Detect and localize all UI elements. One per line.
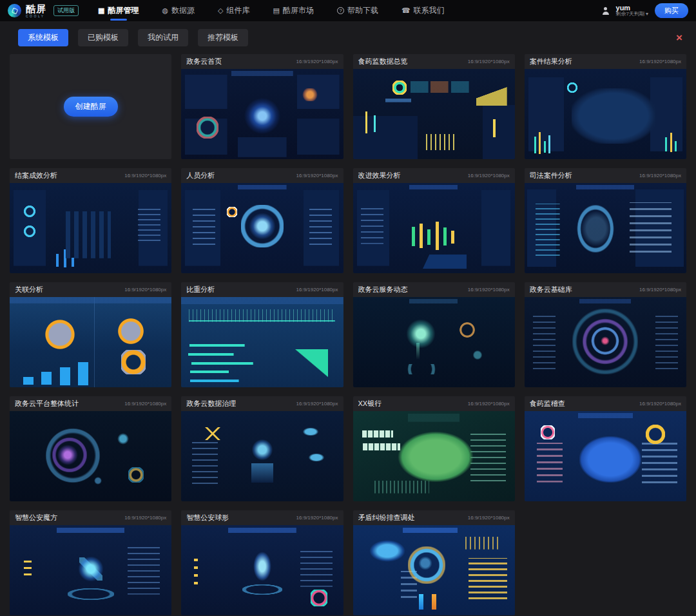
buy-button[interactable]: 购买 <box>655 3 688 18</box>
filter-tab-1[interactable]: 系统模板 <box>18 29 68 46</box>
template-size: 16:9/1920*1080px <box>468 515 510 521</box>
create-screen-card: 创建酷屏 <box>10 54 171 159</box>
template-card[interactable]: 智慧公安魔方 16:9/1920*1080px <box>10 510 171 615</box>
template-thumbnail[interactable] <box>181 69 343 159</box>
template-title: 食药监数据总览 <box>358 57 408 66</box>
template-thumbnail[interactable] <box>10 297 171 387</box>
chevron-down-icon: ▾ <box>646 12 648 17</box>
user-zone: yum 剩余7天到期 ▾ 购买 <box>602 3 688 18</box>
main-nav: ▦ 酷屏管理 ◍ 数据源 ◇ 组件库 ▤ 酷屏市场 ? 帮助下载 ☎ 联系我们 <box>98 0 445 21</box>
template-title: 矛盾纠纷排查调处 <box>358 513 415 523</box>
app-name-sub: COOLY <box>26 15 46 18</box>
template-size: 16:9/1920*1080px <box>124 401 166 407</box>
template-card[interactable]: 司法案件分析 16:9/1920*1080px <box>525 168 686 273</box>
template-thumbnail[interactable] <box>353 69 515 159</box>
grid-icon: ▦ <box>98 7 104 14</box>
template-size: 16:9/1920*1080px <box>296 173 338 178</box>
template-card[interactable]: 政务云服务动态 16:9/1920*1080px <box>353 282 515 387</box>
nav-item-1[interactable]: ▦ 酷屏管理 <box>98 0 139 21</box>
template-title: 智慧公安魔方 <box>15 513 57 523</box>
template-thumbnail[interactable] <box>353 525 515 615</box>
template-title: 食药监稽查 <box>530 399 565 409</box>
template-grid: 创建酷屏 政务云首页 16:9/1920*1080px 食药监数据总览 16:9… <box>0 50 696 616</box>
template-card[interactable]: 政务云首页 16:9/1920*1080px <box>181 54 343 159</box>
template-card[interactable]: 食药监数据总览 16:9/1920*1080px <box>353 54 515 159</box>
nav-item-5[interactable]: ? 帮助下载 <box>337 0 378 21</box>
template-thumbnail[interactable] <box>10 411 171 501</box>
filter-bar: × 系统模板已购模板我的试用推荐模板 <box>0 21 696 50</box>
template-card[interactable]: 智慧公安球形 16:9/1920*1080px <box>181 510 343 615</box>
template-thumbnail[interactable] <box>181 183 343 273</box>
template-size: 16:9/1920*1080px <box>296 401 338 407</box>
template-size: 16:9/1920*1080px <box>468 59 510 64</box>
template-thumbnail[interactable] <box>353 411 515 501</box>
nav-item-6[interactable]: ☎ 联系我们 <box>401 0 445 21</box>
template-title: 政务云服务动态 <box>358 285 408 294</box>
template-thumbnail[interactable] <box>353 297 515 387</box>
template-card[interactable]: 案件结果分析 16:9/1920*1080px <box>525 54 686 159</box>
template-size: 16:9/1920*1080px <box>468 287 510 293</box>
template-size: 16:9/1920*1080px <box>124 287 166 293</box>
nav-item-2[interactable]: ◍ 数据源 <box>162 0 195 21</box>
template-size: 16:9/1920*1080px <box>296 287 338 293</box>
template-title: 改进效果分析 <box>358 171 401 180</box>
template-card[interactable]: 食药监稽查 16:9/1920*1080px <box>525 396 686 501</box>
template-thumbnail[interactable] <box>525 183 686 273</box>
components-icon: ◇ <box>218 7 223 14</box>
user-menu[interactable]: yum 剩余7天到期 ▾ <box>616 4 648 17</box>
app-logo[interactable]: 酷屏 COOLY 试用版 <box>8 4 79 18</box>
template-size: 16:9/1920*1080px <box>639 173 681 178</box>
phone-icon: ☎ <box>401 7 411 14</box>
template-thumbnail[interactable] <box>525 411 686 501</box>
template-title: 比重分析 <box>186 285 215 294</box>
template-card[interactable]: 关联分析 16:9/1920*1080px <box>10 282 171 387</box>
template-title: 结案成效分析 <box>15 171 57 180</box>
template-card[interactable]: 结案成效分析 16:9/1920*1080px <box>10 168 171 273</box>
template-size: 16:9/1920*1080px <box>639 59 681 64</box>
template-card[interactable]: XX银行 16:9/1920*1080px <box>353 396 515 501</box>
template-size: 16:9/1920*1080px <box>124 173 166 178</box>
nav-item-3[interactable]: ◇ 组件库 <box>218 0 249 21</box>
template-thumbnail[interactable] <box>10 525 171 615</box>
template-title: 司法案件分析 <box>530 171 572 180</box>
template-title: 案件结果分析 <box>530 57 572 66</box>
template-size: 16:9/1920*1080px <box>468 401 510 407</box>
create-screen-button[interactable]: 创建酷屏 <box>64 97 118 117</box>
template-title: 人员分析 <box>186 171 215 180</box>
market-icon: ▤ <box>273 7 279 14</box>
template-thumbnail[interactable] <box>525 69 686 159</box>
database-icon: ◍ <box>162 7 168 14</box>
template-card[interactable]: 比重分析 16:9/1920*1080px <box>181 282 343 387</box>
nav-item-4[interactable]: ▤ 酷屏市场 <box>273 0 313 21</box>
trial-version-badge: 试用版 <box>53 5 79 16</box>
template-title: 政务云基础库 <box>530 285 572 294</box>
template-thumbnail[interactable] <box>181 411 343 501</box>
user-avatar-icon <box>602 7 610 15</box>
filter-tab-3[interactable]: 我的试用 <box>138 29 188 46</box>
template-title: 政务云平台整体统计 <box>15 399 79 409</box>
template-thumbnail[interactable] <box>181 297 343 387</box>
template-card[interactable]: 政务云数据治理 16:9/1920*1080px <box>181 396 343 501</box>
filter-tab-4[interactable]: 推荐模板 <box>198 29 248 46</box>
help-icon: ? <box>337 7 344 14</box>
user-subtitle: 剩余7天到期 <box>616 12 644 17</box>
template-thumbnail[interactable] <box>525 297 686 387</box>
app-name: 酷屏 <box>26 4 46 14</box>
template-card[interactable]: 政务云基础库 16:9/1920*1080px <box>525 282 686 387</box>
template-size: 16:9/1920*1080px <box>124 515 166 521</box>
filter-tab-2[interactable]: 已购模板 <box>78 29 128 46</box>
template-size: 16:9/1920*1080px <box>639 401 681 407</box>
template-thumbnail[interactable] <box>353 183 515 273</box>
template-title: 智慧公安球形 <box>186 513 229 523</box>
template-size: 16:9/1920*1080px <box>296 59 338 64</box>
close-icon[interactable]: × <box>672 32 686 43</box>
template-title: 政务云首页 <box>186 57 222 66</box>
template-title: 关联分析 <box>15 285 43 294</box>
template-card[interactable]: 矛盾纠纷排查调处 16:9/1920*1080px <box>353 510 515 615</box>
template-card[interactable]: 人员分析 16:9/1920*1080px <box>181 168 343 273</box>
template-thumbnail[interactable] <box>10 183 171 273</box>
template-card[interactable]: 改进效果分析 16:9/1920*1080px <box>353 168 515 273</box>
template-card[interactable]: 政务云平台整体统计 16:9/1920*1080px <box>10 396 171 501</box>
template-thumbnail[interactable] <box>181 525 343 615</box>
template-size: 16:9/1920*1080px <box>296 515 338 521</box>
